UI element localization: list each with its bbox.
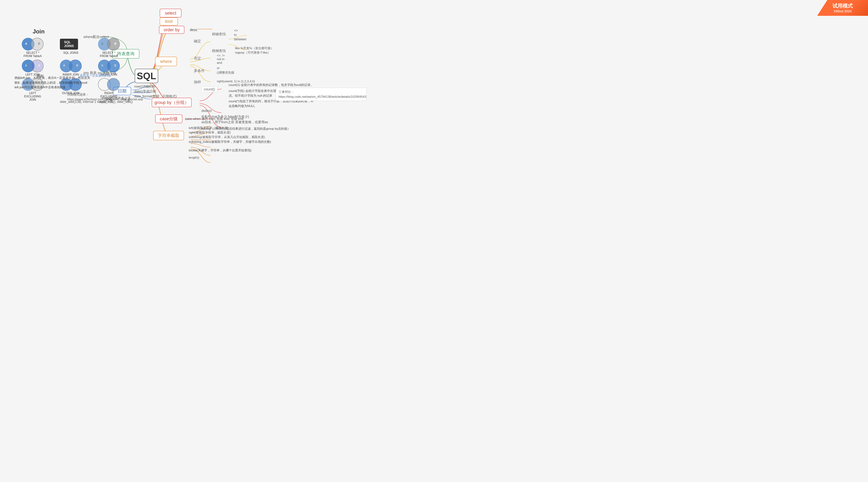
- svg-text:B: B: [38, 42, 40, 45]
- label-fouding: 否定: [194, 56, 201, 61]
- node-zifu[interactable]: 字符串截取: [153, 131, 184, 140]
- node-case[interactable]: case分级: [155, 114, 182, 123]
- center-label: SQL: [137, 70, 156, 81]
- label-mohu: 模糊查找: [212, 49, 226, 53]
- svg-text:B: B: [114, 64, 116, 67]
- ref-link: 三者对比：https://blog.csdn.net/weixin_457941…: [276, 88, 367, 101]
- leaf-fouding-2: not in: [217, 57, 224, 61]
- venn-item-1: A B SELECT *FROM TableA: [14, 38, 51, 58]
- venn-label-2: SQL JOINS: [63, 51, 79, 55]
- svg-text:A: A: [25, 42, 27, 45]
- zifu-label: 字符串截取: [158, 133, 180, 138]
- venn-circles-4: A B: [22, 60, 43, 72]
- label-duotiao: 多条件: [194, 68, 205, 73]
- svg-text:A: A: [101, 64, 103, 67]
- venn-circles-6: A B: [98, 60, 120, 72]
- svg-text:B: B: [38, 64, 40, 67]
- trial-badge: 试用模式 XMind 2024: [817, 0, 868, 16]
- text-count1: count(1) 会统计表中的所有的记录数，包含字段为null的记录。: [229, 83, 314, 87]
- select-label: select: [165, 10, 176, 16]
- leaf-zifu-2: right(被截取字符串，截取长度): [189, 131, 231, 135]
- where-label: where: [160, 59, 172, 64]
- venn-circles-3: A B: [98, 38, 120, 51]
- venn-item-4: A B LEFT JOIN: [14, 60, 51, 76]
- venn-circles-9: [98, 78, 120, 91]
- venn-grid: A B SELECT *FROM TableA SQLJOINS SQL JOI…: [14, 38, 127, 102]
- leaf-fouding-3: and: [217, 61, 222, 65]
- venn-circles-5: A B: [60, 60, 82, 72]
- case-label: case分级: [160, 116, 178, 122]
- leaf-jingque-1: <>: [234, 29, 238, 32]
- trial-label: 试用模式: [823, 3, 863, 9]
- venn-item-2: SQLJOINS SQL JOINS: [53, 38, 89, 58]
- orderby-label: order by: [164, 27, 180, 32]
- venn-item-3: A B SELECT *FROM TableB: [91, 38, 127, 58]
- join-diagram: Join A B SELECT *FROM TableA SQLJOINS: [14, 28, 127, 102]
- groupby-label: group by（分组）: [154, 100, 189, 105]
- svg-text:A: A: [101, 42, 103, 45]
- venn-label-8: OUTER JOIN: [62, 91, 80, 95]
- svg-text:B: B: [114, 42, 117, 45]
- label-chouxiang: 抽样: [194, 80, 201, 84]
- join-note2: 例如left join，A为主表，表示A一定是齐全的，然后去关联B，如果没有和B…: [14, 76, 91, 85]
- leaf-distinct: distinct: [202, 109, 212, 113]
- leaf-duotiao-2: ()调整优先级: [217, 70, 234, 75]
- node-select[interactable]: select: [160, 9, 182, 18]
- venn-circles-2: SQLJOINS: [60, 38, 82, 51]
- node-desc: desc: [190, 28, 197, 32]
- venn-item-9: RIGHT EXCLUDINGJOIN: [91, 78, 127, 102]
- label-jingque: 精确查找: [212, 32, 226, 36]
- join-title: Join: [33, 28, 127, 35]
- leaf-fouding-1: <>, !=: [217, 54, 225, 57]
- svg-text:A: A: [63, 64, 65, 67]
- svg-text:B: B: [76, 64, 78, 67]
- venn-label-7: LEFT EXCLUDINGJOIN: [21, 91, 44, 102]
- venn-label-9: RIGHT EXCLUDINGJOIN: [97, 91, 121, 102]
- leaf-jingque-2: in: [234, 33, 237, 37]
- leaf-mohu-1: like %开发%（首位都可接）: [235, 46, 274, 50]
- label-queding: 确定: [194, 39, 201, 44]
- text-zifu-4: substring_index(被截取字符串，关键字，关键字出现的次数): [189, 140, 271, 144]
- leaf-zifu-6: length(): [189, 156, 199, 160]
- center-node-sql[interactable]: SQL: [135, 69, 158, 83]
- mind-map-canvas: 试用模式 XMind 2024: [0, 0, 868, 482]
- connections-svg: [0, 0, 868, 482]
- leaf-zifu-3: substring(被截取字符串，从第几位开始截取，截取长度): [189, 135, 265, 139]
- node-where[interactable]: where: [155, 57, 177, 66]
- leaf-date-biancheng: date()变成日期: [134, 89, 156, 93]
- trial-sublabel: XMind 2024: [823, 9, 863, 13]
- svg-text:A: A: [25, 64, 27, 67]
- leaf-zifu-1: left(被截取字符串，截取长度): [189, 126, 229, 130]
- node-groupby[interactable]: group by（分组）: [152, 98, 192, 107]
- leaf-now: now()消确到秒: [134, 84, 156, 89]
- leaf-mohu-2: regexp（可代替多个like）: [235, 51, 271, 55]
- limit-label: limit: [165, 19, 173, 24]
- leaf-case-val: case when 条件 then 等级 else 等级 end: [185, 117, 244, 121]
- join-note3: left join可以用来找表A中没有表B的值: [14, 85, 65, 90]
- node-orderby[interactable]: order by: [159, 26, 184, 34]
- circle-b-9: [107, 78, 120, 91]
- venn-label-3: SELECT *FROM TableB: [100, 51, 118, 58]
- leaf-duotiao-1: or: [217, 66, 220, 70]
- venn-label-1: SELECT *FROM TableA: [24, 51, 42, 58]
- node-limit[interactable]: limit: [160, 18, 178, 25]
- label-count: count(): [202, 86, 217, 92]
- venn-circles-1: A B: [22, 38, 43, 51]
- text-zifu-5: locate(关键字，字符串，从哪个位置开始查找): [189, 148, 251, 153]
- join-blue-note: 蓝色是一定会返回的值: [80, 73, 111, 78]
- leaf-jingque-3: between: [234, 37, 246, 41]
